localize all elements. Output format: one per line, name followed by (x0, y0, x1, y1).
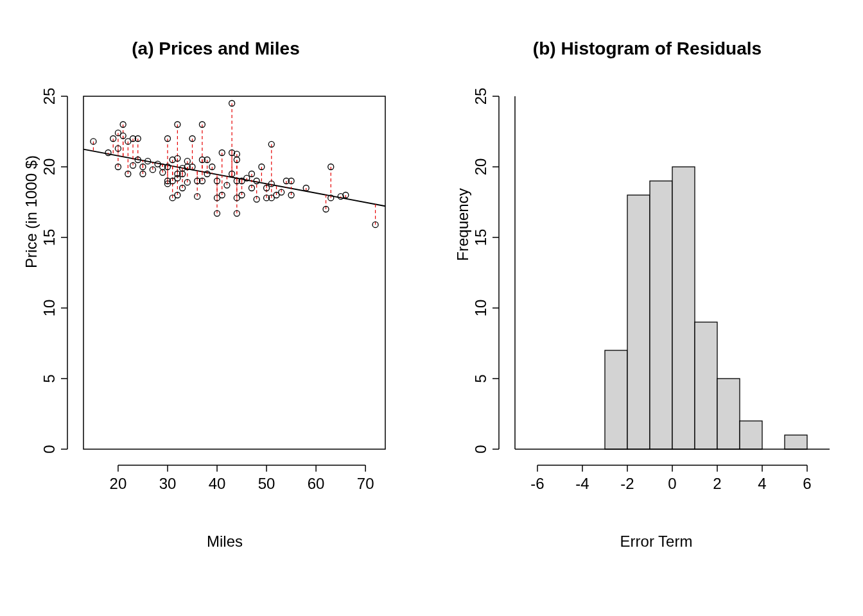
scatter-plot: 2030405060700510152025 (0, 0, 432, 616)
svg-text:70: 70 (357, 475, 374, 492)
svg-text:20: 20 (110, 475, 127, 492)
svg-rect-205 (627, 195, 650, 449)
svg-text:5: 5 (40, 374, 58, 382)
svg-text:60: 60 (308, 475, 325, 492)
svg-text:10: 10 (472, 300, 489, 317)
svg-text:0: 0 (472, 445, 489, 453)
svg-text:0: 0 (40, 445, 58, 453)
svg-rect-210 (740, 421, 762, 449)
svg-text:20: 20 (40, 158, 58, 176)
svg-text:15: 15 (40, 229, 58, 246)
svg-text:-4: -4 (575, 475, 589, 492)
svg-text:0: 0 (668, 475, 676, 492)
svg-rect-209 (717, 379, 740, 449)
svg-text:-2: -2 (620, 475, 634, 492)
svg-rect-206 (650, 181, 672, 449)
scatter-panel: (a) Prices and Miles Price (in 1000 $) M… (0, 0, 432, 616)
svg-text:30: 30 (159, 475, 177, 492)
svg-rect-207 (672, 167, 695, 449)
svg-text:25: 25 (472, 88, 489, 105)
svg-rect-204 (605, 350, 627, 449)
svg-text:6: 6 (803, 475, 811, 492)
svg-text:25: 25 (40, 88, 58, 105)
svg-text:40: 40 (209, 475, 226, 492)
svg-text:15: 15 (472, 229, 489, 246)
svg-text:4: 4 (758, 475, 766, 492)
svg-rect-0 (83, 96, 385, 449)
svg-text:2: 2 (713, 475, 721, 492)
svg-rect-208 (695, 322, 717, 449)
hist-panel: (b) Histogram of Residuals Frequency Err… (432, 0, 863, 616)
svg-text:5: 5 (472, 374, 489, 382)
svg-text:10: 10 (40, 300, 58, 317)
svg-text:20: 20 (472, 158, 489, 176)
svg-text:50: 50 (258, 475, 275, 492)
hist-plot: -6-4-202460510152025 (432, 0, 863, 616)
svg-text:-6: -6 (530, 475, 544, 492)
svg-rect-211 (785, 435, 807, 449)
